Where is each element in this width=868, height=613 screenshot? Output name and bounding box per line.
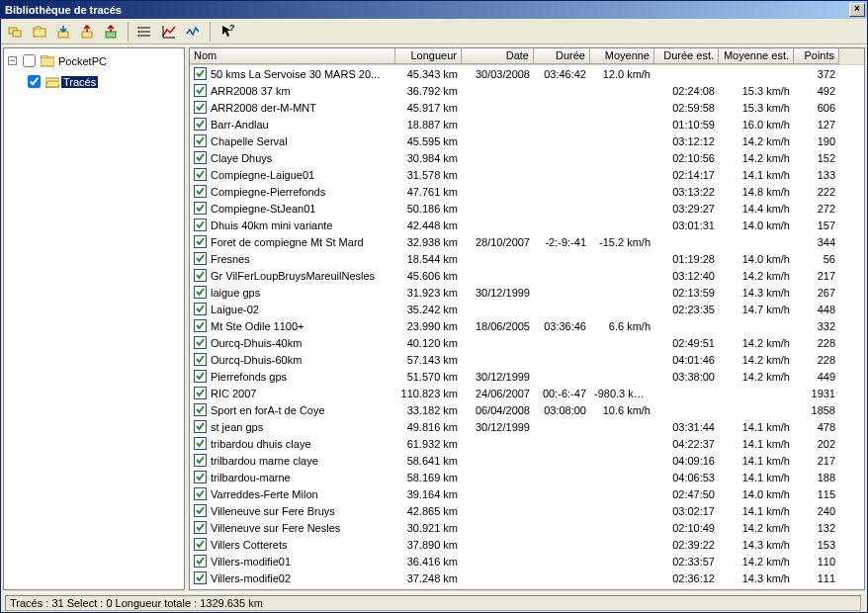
table-row[interactable]: Compiegne-Laigue0131.578 km02:14:1714.1 … xyxy=(190,166,864,183)
row-checkbox[interactable] xyxy=(194,319,207,332)
row-checkbox[interactable] xyxy=(194,437,207,450)
table-row[interactable]: Pierrefonds gps51.570 km30/12/199903:38:… xyxy=(190,368,864,385)
row-checkbox[interactable] xyxy=(194,286,207,299)
table-row[interactable]: RIC 2007110.823 km24/06/200700:-6:-47-98… xyxy=(190,385,864,401)
row-checkbox[interactable] xyxy=(194,118,207,131)
table-row[interactable]: 50 kms La Servoise 30 MARS 20...45.343 k… xyxy=(190,65,864,82)
row-checkbox[interactable] xyxy=(194,336,207,349)
cell-points: 332 xyxy=(794,320,839,332)
table-row[interactable]: Villers-modifie0136.416 km02:33:5714.2 k… xyxy=(190,553,864,569)
table-row[interactable]: Foret de compiegne Mt St Mard32.938 km28… xyxy=(190,233,864,250)
row-checkbox[interactable] xyxy=(194,101,207,114)
table-row[interactable]: tribardou dhuis claye61.932 km04:22:3714… xyxy=(190,435,864,452)
row-checkbox[interactable] xyxy=(194,303,207,315)
table-row[interactable]: Dhuis 40km mini variante42.448 km03:01:3… xyxy=(190,217,864,233)
list-body[interactable]: 50 kms La Servoise 30 MARS 20...45.343 k… xyxy=(190,65,864,589)
toolbar-multi-icon[interactable] xyxy=(5,21,27,43)
row-checkbox[interactable] xyxy=(194,252,207,265)
cell-nom: Ourcq-Dhuis-40km xyxy=(211,337,302,349)
cell-duree-est: 02:36:12 xyxy=(654,572,719,584)
toolbar-list-icon[interactable] xyxy=(134,21,156,43)
row-checkbox[interactable] xyxy=(194,538,207,551)
toolbar-graph-icon[interactable] xyxy=(182,21,204,43)
table-row[interactable]: Compiegne-StJean0150.186 km03:29:2714.4 … xyxy=(190,200,864,217)
row-checkbox[interactable] xyxy=(194,420,207,433)
status-text: Tracés : 31 Select : 0 Longueur totale :… xyxy=(5,595,861,611)
tree-checkbox[interactable] xyxy=(23,54,36,67)
toolbar-folder-icon[interactable] xyxy=(29,21,50,43)
toolbar-export2-icon[interactable] xyxy=(100,21,122,43)
cell-longueur: 50.186 km xyxy=(395,203,462,215)
cell-nom: laigue gps xyxy=(211,287,260,299)
row-checkbox[interactable] xyxy=(194,168,207,181)
table-row[interactable]: Fresnes18.544 km01:19:2814.0 km/h56 xyxy=(190,250,864,267)
table-row[interactable]: st jean gps49.816 km30/12/199903:31:4414… xyxy=(190,418,864,435)
table-row[interactable]: trilbardou marne claye58.641 km04:09:161… xyxy=(190,452,864,469)
row-checkbox[interactable] xyxy=(194,471,207,483)
table-row[interactable]: Mt Ste Odile 1100+23.990 km18/06/200503:… xyxy=(190,317,864,334)
tree-item-pocketpc[interactable]: − PocketPC xyxy=(6,50,182,71)
tree-expander-icon[interactable]: − xyxy=(8,56,17,65)
row-checkbox[interactable] xyxy=(194,403,207,416)
tree-item-traces[interactable]: Tracés xyxy=(6,71,182,92)
column-header-date[interactable]: Date xyxy=(462,48,534,64)
row-checkbox[interactable] xyxy=(194,487,207,500)
table-row[interactable]: Villeneuve sur Fere Bruys42.865 km03:02:… xyxy=(190,502,864,519)
row-checkbox[interactable] xyxy=(194,134,207,147)
column-header-points[interactable]: Points xyxy=(794,48,839,64)
row-checkbox[interactable] xyxy=(194,387,207,399)
cell-longueur: 42.865 km xyxy=(395,505,462,517)
table-row[interactable]: Villers Cotterets37.890 km02:39:2214.3 k… xyxy=(190,536,864,553)
table-row[interactable]: trilbardou-marne58.169 km04:06:5314.1 km… xyxy=(190,469,864,485)
row-checkbox[interactable] xyxy=(194,235,207,248)
cell-nom: 50 kms La Servoise 30 MARS 20... xyxy=(211,68,380,80)
row-checkbox[interactable] xyxy=(194,555,207,568)
table-row[interactable]: Compiegne-Pierrefonds47.761 km03:13:2214… xyxy=(190,183,864,200)
table-row[interactable]: Laigue-0235.242 km02:23:3514.7 km/h448 xyxy=(190,301,864,317)
row-checkbox[interactable] xyxy=(194,219,207,231)
cell-nom: Chapelle Serval xyxy=(211,135,288,147)
tree-checkbox[interactable] xyxy=(28,75,41,88)
table-row[interactable]: ARR2008 37 km36.792 km02:24:0815.3 km/h4… xyxy=(190,82,864,99)
table-row[interactable]: Gr VilFerLoupBruysMareuilNesles45.606 km… xyxy=(190,267,864,284)
toolbar-import-icon[interactable] xyxy=(52,21,74,43)
cell-moyenne-est: 14.0 km/h xyxy=(719,219,794,231)
row-checkbox[interactable] xyxy=(194,521,207,534)
table-row[interactable]: Villers-modifie0237.248 km02:36:1214.3 k… xyxy=(190,569,864,586)
toolbar-help-icon[interactable]: ? xyxy=(217,21,238,43)
column-header-nom[interactable]: Nom xyxy=(190,48,395,64)
column-header-moyenne-est[interactable]: Moyenne est. xyxy=(719,48,794,64)
table-row[interactable]: Villeneuve sur Fere Nesles30.921 km02:10… xyxy=(190,519,864,536)
row-checkbox[interactable] xyxy=(194,151,207,164)
cell-duree-est: 03:38:00 xyxy=(654,371,719,383)
table-row[interactable]: Varreddes-Ferte Milon39.164 km02:47:5014… xyxy=(190,485,864,502)
row-checkbox[interactable] xyxy=(194,353,207,366)
table-row[interactable]: Claye Dhuys30.984 km02:10:5614.2 km/h152 xyxy=(190,149,864,166)
tree-pane[interactable]: − PocketPC Tracés xyxy=(3,47,185,590)
row-checkbox[interactable] xyxy=(194,504,207,517)
toolbar-chart-icon[interactable] xyxy=(158,21,180,43)
row-checkbox[interactable] xyxy=(194,84,207,97)
row-checkbox[interactable] xyxy=(194,202,207,215)
toolbar-export-icon[interactable] xyxy=(76,21,98,43)
table-row[interactable]: Chapelle Serval45.595 km03:12:1214.2 km/… xyxy=(190,132,864,149)
row-checkbox[interactable] xyxy=(194,67,207,80)
close-button[interactable]: × xyxy=(849,3,865,17)
column-header-moyenne[interactable]: Moyenne xyxy=(590,48,654,64)
row-checkbox[interactable] xyxy=(194,185,207,198)
cell-moyenne-est: 14.4 km/h xyxy=(719,203,794,215)
row-checkbox[interactable] xyxy=(194,370,207,383)
table-row[interactable]: Barr-Andlau18.887 km01:10:5916.0 km/h127 xyxy=(190,116,864,132)
table-row[interactable]: Ourcq-Dhuis-60km57.143 km04:01:4614.2 km… xyxy=(190,351,864,368)
table-row[interactable]: Ourcq-Dhuis-40km40.120 km02:49:5114.2 km… xyxy=(190,334,864,351)
table-row[interactable]: ARR2008 der-M-MNT45.917 km02:59:5815.3 k… xyxy=(190,99,864,116)
column-header-duree-est[interactable]: Durée est. xyxy=(654,48,719,64)
column-header-longueur[interactable]: Longueur xyxy=(395,48,462,64)
column-header-duree[interactable]: Durée xyxy=(534,48,590,64)
table-row[interactable]: Sport en forA-t de Coye33.182 km06/04/20… xyxy=(190,401,864,418)
cell-points: 153 xyxy=(794,539,839,551)
table-row[interactable]: laigue gps31.923 km30/12/199902:13:5914.… xyxy=(190,284,864,301)
row-checkbox[interactable] xyxy=(194,454,207,467)
row-checkbox[interactable] xyxy=(194,269,207,282)
row-checkbox[interactable] xyxy=(194,571,207,584)
